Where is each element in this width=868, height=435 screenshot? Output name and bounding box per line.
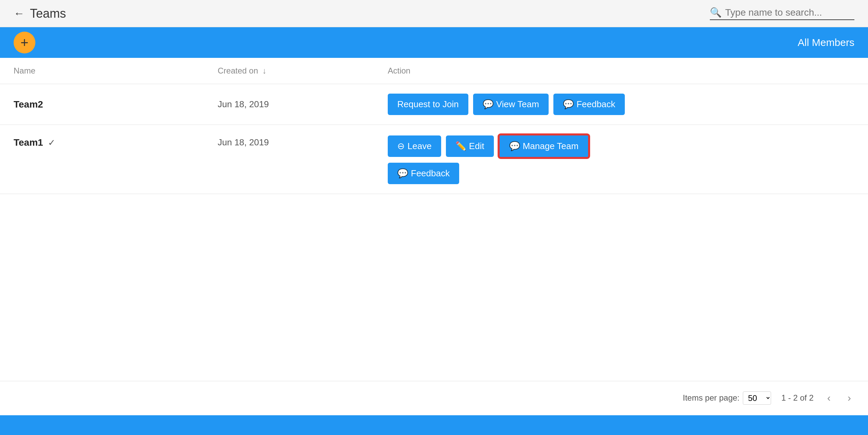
edit-icon: ✏️ (455, 141, 466, 151)
search-icon: 🔍 (710, 7, 722, 18)
request-to-join-label: Request to Join (397, 99, 459, 110)
col-header-name: Name (14, 66, 218, 76)
created-date-cell: Jun 18, 2019 (218, 99, 388, 110)
view-team-icon: 💬 (483, 99, 494, 110)
action-line-1: ⊖ Leave ✏️ Edit 💬 Manage Team (388, 134, 854, 158)
member-check-icon: ✓ (48, 138, 55, 148)
feedback-icon-team2: 💬 (563, 99, 574, 110)
back-button[interactable]: ← (14, 7, 24, 20)
feedback-icon-team1: 💬 (397, 168, 408, 179)
team-name-2: Team1 (14, 137, 43, 148)
per-page-select[interactable]: 50 25 100 (743, 391, 771, 405)
created-date: Jun 18, 2019 (218, 99, 269, 109)
next-page-button[interactable]: › (844, 391, 854, 405)
team-name-cell-2: Team1 ✓ (14, 134, 218, 148)
request-to-join-button[interactable]: Request to Join (388, 94, 468, 115)
leave-icon: ⊖ (397, 141, 405, 151)
action-line-2: 💬 Feedback (388, 163, 854, 184)
action-rows-team1: ⊖ Leave ✏️ Edit 💬 Manage Team 💬 (388, 134, 854, 184)
feedback-label-team1: Feedback (411, 168, 450, 179)
page-title: Teams (30, 6, 66, 21)
manage-team-label: Manage Team (523, 141, 579, 151)
view-team-label: View Team (496, 99, 539, 110)
items-per-page-label: Items per page: (683, 393, 740, 403)
add-icon: + (20, 35, 28, 50)
top-header: ← Teams 🔍 (0, 0, 868, 27)
action-cell-team1: ⊖ Leave ✏️ Edit 💬 Manage Team 💬 (388, 134, 854, 184)
table-row: Team2 Jun 18, 2019 Request to Join 💬 Vie… (0, 84, 868, 125)
bottom-bar (0, 415, 868, 435)
items-per-page: Items per page: 50 25 100 (683, 391, 771, 405)
feedback-button-team1[interactable]: 💬 Feedback (388, 163, 459, 184)
search-area: 🔍 (710, 7, 854, 20)
table-footer: Items per page: 50 25 100 1 - 2 of 2 ‹ › (0, 381, 868, 415)
feedback-label-team2: Feedback (577, 99, 615, 110)
edit-label: Edit (469, 141, 484, 151)
col-header-created[interactable]: Created on ↓ (218, 66, 388, 76)
view-team-button[interactable]: 💬 View Team (473, 94, 549, 115)
leave-label: Leave (407, 141, 432, 151)
leave-button[interactable]: ⊖ Leave (388, 135, 441, 157)
search-input[interactable] (725, 7, 854, 18)
blue-banner: + All Members (0, 27, 868, 58)
header-left: ← Teams (14, 6, 66, 21)
manage-team-icon: 💬 (509, 141, 520, 151)
manage-team-button[interactable]: 💬 Manage Team (499, 134, 589, 158)
sort-icon: ↓ (262, 66, 266, 76)
table-header: Name Created on ↓ Action (0, 58, 868, 84)
feedback-button-team2[interactable]: 💬 Feedback (553, 94, 625, 115)
pagination-info: 1 - 2 of 2 (781, 393, 814, 403)
all-members-label: All Members (798, 37, 854, 48)
team-name: Team2 (14, 99, 43, 110)
action-cell-team2: Request to Join 💬 View Team 💬 Feedback (388, 94, 854, 115)
main-content: Name Created on ↓ Action Team2 Jun 18, 2… (0, 58, 868, 435)
col-header-action: Action (388, 66, 854, 76)
table-row: Team1 ✓ Jun 18, 2019 ⊖ Leave ✏️ Edit (0, 125, 868, 194)
add-team-button[interactable]: + (14, 32, 35, 53)
team-name-cell: Team2 (14, 99, 218, 110)
created-date-2: Jun 18, 2019 (218, 137, 269, 147)
created-date-cell-2: Jun 18, 2019 (218, 134, 388, 148)
edit-button[interactable]: ✏️ Edit (446, 135, 494, 157)
prev-page-button[interactable]: ‹ (824, 391, 834, 405)
